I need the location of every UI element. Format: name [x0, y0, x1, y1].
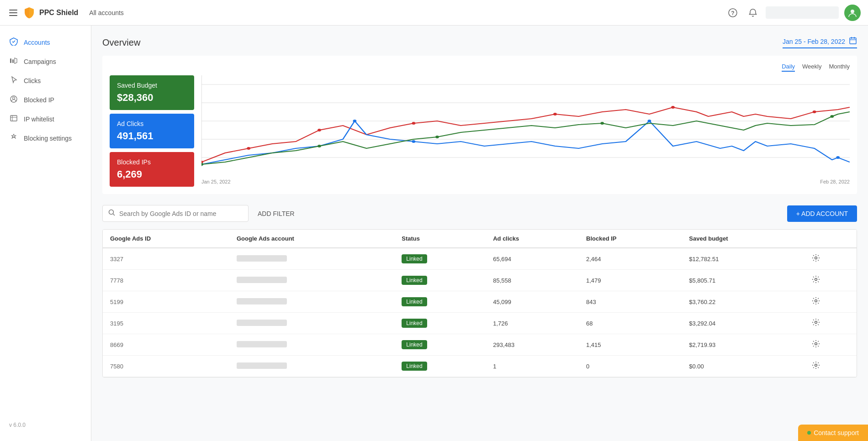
stat-card-blocked-ips[interactable]: Blocked IPs 6,269	[110, 152, 194, 187]
stat-card-saved-budget-value: $28,360	[117, 92, 187, 104]
tab-daily[interactable]: Daily	[782, 63, 795, 72]
sidebar-label-blocked-ip: Blocked IP	[24, 96, 54, 104]
search-icon	[108, 209, 116, 218]
search-input[interactable]	[119, 210, 243, 217]
settings-button-1[interactable]	[812, 275, 820, 285]
date-range-selector[interactable]: Jan 25 - Feb 28, 2022	[783, 37, 857, 48]
cell-status-3: Linked	[394, 313, 486, 334]
settings-button-4[interactable]	[812, 340, 820, 350]
stat-card-ad-clicks-value: 491,561	[117, 130, 187, 142]
cell-actions-3	[804, 313, 857, 334]
svg-rect-10	[850, 38, 856, 44]
svg-rect-7	[11, 116, 17, 121]
cell-saved-budget-5: $0.00	[682, 356, 804, 377]
status-badge: Linked	[402, 362, 427, 371]
col-blocked-ip: Blocked IP	[579, 230, 682, 248]
hamburger-menu[interactable]	[7, 8, 19, 18]
status-badge: Linked	[402, 254, 427, 263]
svg-point-37	[109, 210, 114, 215]
cell-account-5	[229, 356, 394, 377]
table-row[interactable]: 7580 Linked 1 0 $0.00	[103, 356, 857, 377]
cell-blocked-ip-1: 1,479	[579, 270, 682, 291]
sidebar-label-clicks: Clicks	[24, 77, 41, 84]
table-row[interactable]: 3195 Linked 1,726 68 $3,292.04	[103, 313, 857, 334]
add-account-button[interactable]: + ADD ACCOUNT	[787, 205, 857, 222]
sidebar-item-accounts[interactable]: Accounts	[0, 33, 91, 52]
campaigns-icon	[9, 57, 18, 67]
cell-actions-1	[804, 270, 857, 291]
overview-title: Overview	[102, 37, 140, 48]
gear-icon	[812, 297, 820, 305]
search-box[interactable]	[102, 205, 249, 222]
settings-button-0[interactable]	[812, 254, 820, 264]
cell-id-5: 7580	[103, 356, 229, 377]
svg-point-43	[815, 343, 817, 345]
stat-card-ad-clicks[interactable]: Ad Clicks 491,561	[110, 114, 194, 148]
notifications-button[interactable]	[746, 5, 760, 20]
table-header-row: Google Ads ID Google Ads account Status …	[103, 230, 857, 248]
cell-account-0	[229, 248, 394, 270]
sidebar-item-ip-whitelist[interactable]: IP whitelist	[0, 110, 91, 129]
svg-point-33	[318, 145, 321, 147]
cell-saved-budget-0: $12,782.51	[682, 248, 804, 270]
cell-account-4	[229, 334, 394, 356]
cell-id-1: 7778	[103, 270, 229, 291]
tab-weekly[interactable]: Weekly	[802, 63, 821, 72]
cell-ad-clicks-0: 65,694	[486, 248, 579, 270]
cell-actions-4	[804, 334, 857, 356]
cell-ad-clicks-3: 1,726	[486, 313, 579, 334]
cell-blocked-ip-2: 843	[579, 291, 682, 313]
svg-point-24	[553, 113, 557, 116]
cell-ad-clicks-1: 85,558	[486, 270, 579, 291]
x-axis-end: Feb 28, 2022	[820, 179, 850, 184]
cell-id-2: 5199	[103, 291, 229, 313]
settings-button-5[interactable]	[812, 361, 820, 371]
svg-point-32	[201, 163, 203, 166]
sidebar-item-blocked-ip[interactable]: Blocked IP	[0, 90, 91, 110]
avatar[interactable]	[844, 5, 861, 21]
stat-card-saved-budget[interactable]: Saved Budget $28,360	[110, 75, 194, 110]
chart-tabs: Daily Weekly Monthly	[110, 63, 850, 72]
col-actions	[804, 230, 857, 248]
blocking-settings-icon	[9, 133, 18, 143]
status-badge: Linked	[402, 276, 427, 285]
add-filter-button[interactable]: ADD FILTER	[256, 206, 296, 221]
cell-status-1: Linked	[394, 270, 486, 291]
settings-button-3[interactable]	[812, 318, 820, 328]
chart-area: Jan 25, 2022 Feb 28, 2022	[201, 75, 850, 187]
cell-id-4: 8669	[103, 334, 229, 356]
avatar-icon	[847, 8, 857, 18]
cell-saved-budget-1: $5,805.71	[682, 270, 804, 291]
cell-saved-budget-2: $3,760.22	[682, 291, 804, 313]
calendar-icon	[849, 37, 857, 47]
status-badge: Linked	[402, 297, 427, 306]
contact-support-label: Contact support	[814, 429, 859, 436]
account-name-placeholder	[237, 277, 287, 283]
status-badge: Linked	[402, 340, 427, 349]
cell-id-3: 3195	[103, 313, 229, 334]
stat-card-blocked-ips-label: Blocked IPs	[117, 158, 187, 166]
col-status: Status	[394, 230, 486, 248]
topbar-search-input[interactable]	[766, 6, 839, 19]
cell-account-3	[229, 313, 394, 334]
sidebar-item-blocking-settings[interactable]: Blocking settings	[0, 129, 91, 148]
contact-support-button[interactable]: Contact support	[798, 425, 868, 441]
cell-blocked-ip-4: 1,415	[579, 334, 682, 356]
sidebar-item-clicks[interactable]: Clicks	[0, 71, 91, 90]
chart-body: Saved Budget $28,360 Ad Clicks 491,561 B…	[110, 75, 850, 187]
online-indicator	[807, 431, 811, 435]
settings-button-2[interactable]	[812, 297, 820, 307]
cell-status-5: Linked	[394, 356, 486, 377]
x-axis-start: Jan 25, 2022	[201, 179, 231, 184]
table-row[interactable]: 8669 Linked 293,483 1,415 $2,719.93	[103, 334, 857, 356]
app-name: PPC Shield	[39, 9, 78, 17]
table-row[interactable]: 3327 Linked 65,694 2,464 $12,782.51	[103, 248, 857, 270]
cell-status-0: Linked	[394, 248, 486, 270]
stat-card-saved-budget-label: Saved Budget	[117, 82, 187, 89]
table-row[interactable]: 7778 Linked 85,558 1,479 $5,805.71	[103, 270, 857, 291]
tab-monthly[interactable]: Monthly	[829, 63, 850, 72]
sidebar-label-campaigns: Campaigns	[24, 58, 56, 65]
help-button[interactable]: ?	[725, 5, 740, 20]
sidebar-item-campaigns[interactable]: Campaigns	[0, 52, 91, 71]
table-row[interactable]: 5199 Linked 45,099 843 $3,760.22	[103, 291, 857, 313]
